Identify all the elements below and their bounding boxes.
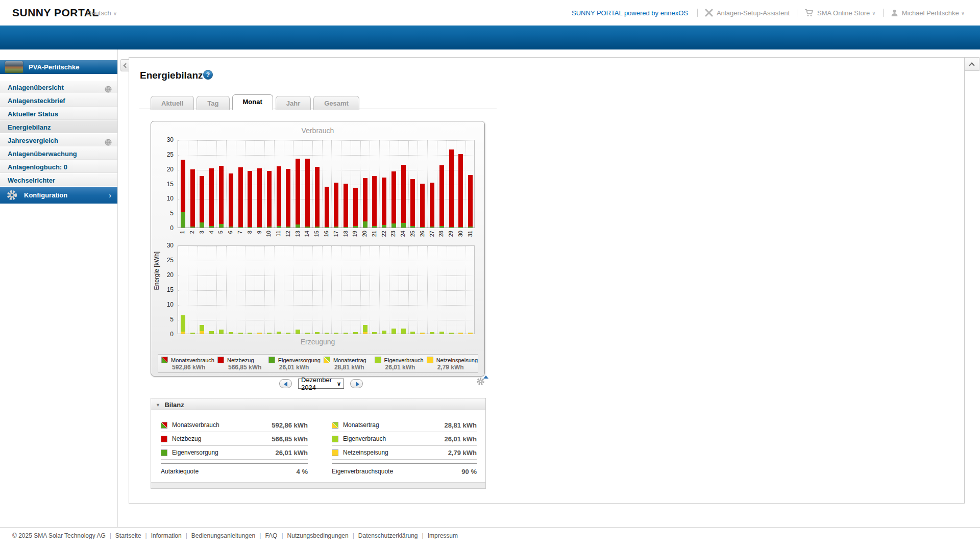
bar-erzeugung-eigenverbrauch-day-8 [248, 333, 252, 334]
bar-erzeugung-eigenverbrauch-day-17 [334, 333, 338, 334]
x-tick-label: 16 [323, 231, 329, 237]
language-selector[interactable]: Deutsch∨ [87, 9, 117, 17]
bar-verbrauch-netzbezug-day-16 [325, 187, 329, 228]
footer-separator: | [186, 532, 187, 539]
footer-link-impressum[interactable]: Impressum [428, 532, 458, 539]
gridline-horizontal [178, 290, 474, 291]
legend-value: 2,79 kWh [437, 364, 478, 371]
footer-link-datenschutzerkl-rung[interactable]: Datenschutzerklärung [358, 532, 418, 539]
bar-verbrauch-eigenversorgung-day-20 [363, 221, 368, 228]
bar-erzeugung-eigenverbrauch-day-1 [181, 315, 185, 332]
footer-link-information[interactable]: Information [151, 532, 182, 539]
bilanz-row-eigenversorgung: Eigenversorgung26,01 kWh [161, 446, 308, 460]
tab-jahr[interactable]: Jahr [276, 96, 311, 110]
user-menu[interactable]: Michael Perlitschke∨ [884, 8, 972, 18]
period-value: Dezember 2024 [301, 376, 337, 391]
sidebar-item-aktueller-status[interactable]: Aktueller Status [0, 107, 117, 120]
legend-swatch [375, 357, 381, 363]
top-header: SUNNY PORTAL Deutsch∨ SUNNY PORTAL power… [0, 0, 980, 26]
gridline-vertical [322, 140, 323, 228]
language-label: Deutsch [87, 9, 111, 17]
bar-verbrauch-netzbezug-day-1 [181, 160, 185, 212]
sidebar-item-anlagenlogbuch-0[interactable]: Anlagenlogbuch: 0 [0, 160, 117, 173]
gridline-vertical [465, 246, 466, 334]
footer-link-faq[interactable]: FAQ [265, 532, 277, 539]
gridline-vertical [418, 140, 418, 228]
legend-swatch [324, 357, 330, 363]
bar-verbrauch-netzbezug-day-20 [363, 178, 368, 221]
sidebar-item-label: Energiebilanz [0, 123, 51, 131]
online-store-button[interactable]: SMA Online Store∨ [797, 8, 883, 18]
bar-erzeugung-eigenverbrauch-day-6 [229, 332, 233, 334]
setup-assistant-button[interactable]: Anlagen-Setup-Assistent [698, 8, 797, 18]
chevron-down-icon: ∨ [113, 11, 117, 16]
gridline-vertical [312, 246, 313, 334]
bar-verbrauch-netzbezug-day-3 [200, 176, 204, 222]
tab-aktuell[interactable]: Aktuell [151, 96, 194, 110]
gridline-vertical [427, 246, 428, 334]
help-icon[interactable]: ? [203, 70, 213, 80]
bar-verbrauch-eigenversorgung-day-27 [430, 227, 434, 228]
bar-verbrauch-eigenversorgung-day-28 [439, 226, 444, 228]
previous-month-button[interactable] [279, 379, 292, 388]
tab-gesamt[interactable]: Gesamt [313, 96, 359, 110]
footer-link-bedienungsanleitungen[interactable]: Bedienungsanleitungen [191, 532, 255, 539]
gridline-vertical [226, 246, 227, 334]
main-nav-ribbon [0, 26, 980, 49]
bar-erzeugung-eigenverbrauch-day-11 [277, 332, 281, 334]
gridline-vertical [399, 140, 399, 228]
bar-verbrauch-eigenversorgung-day-6 [229, 227, 233, 228]
footer-link-startseite[interactable]: Startseite [115, 532, 141, 539]
bar-erzeugung-eigenverbrauch-day-14 [305, 333, 310, 334]
x-tick-label: 21 [371, 231, 377, 237]
bilanz-row-label: Netzeinspeisung [343, 449, 388, 456]
chart-settings-button[interactable] [476, 377, 487, 387]
bilanz-right-column: Monatsertrag28,81 kWhEigenverbrauch26,01… [332, 418, 477, 479]
x-tick-label: 12 [285, 231, 291, 237]
y-tick-label: 15 [158, 286, 174, 293]
gridline-vertical [370, 140, 370, 228]
bar-erzeugung-netzeinspeisung-day-20 [363, 332, 368, 334]
gridline-vertical [293, 246, 293, 334]
gridline-vertical [379, 140, 380, 228]
footer-link-nutzungsbedingungen[interactable]: Nutzungsbedingungen [287, 532, 349, 539]
tab-tag[interactable]: Tag [197, 96, 229, 110]
sidebar-item-anlagen-berwachung[interactable]: Anlagenüberwachung [0, 147, 117, 160]
legend-value: 592,86 kWh [172, 364, 214, 371]
sidebar-item-konfiguration[interactable]: Konfiguration › [0, 187, 117, 204]
bar-verbrauch-eigenversorgung-day-10 [267, 227, 272, 228]
sidebar-item-energiebilanz[interactable]: Energiebilanz [0, 120, 117, 133]
bilanz-header[interactable]: ▼ Bilanz [151, 398, 485, 410]
bilanz-row-label: Netzbezug [172, 435, 201, 442]
gridline-vertical [360, 140, 361, 228]
collapse-triangle-icon: ▼ [156, 403, 160, 408]
scroll-top-button[interactable] [964, 57, 979, 71]
sidebar-item-jahresvergleich[interactable]: Jahresvergleich [0, 134, 117, 146]
footer-separator: | [259, 532, 261, 539]
gridline-vertical [389, 246, 389, 334]
tab-monat[interactable]: Monat [232, 94, 273, 110]
bilanz-row-netzeinspeisung: Netzeinspeisung2,79 kWh [332, 446, 477, 460]
plant-header[interactable]: PVA-Perlitschke [0, 60, 117, 74]
sidebar-item-anlagen-bersicht[interactable]: Anlagenübersicht [0, 81, 117, 93]
sidebar-collapse-button[interactable] [120, 59, 129, 71]
next-month-button[interactable] [350, 379, 363, 388]
bar-verbrauch-eigenversorgung-day-7 [238, 227, 243, 228]
legend-label: Netzeinspeisung [436, 357, 478, 363]
y-tick-label: 15 [158, 181, 174, 188]
bar-verbrauch-netzbezug-day-10 [267, 171, 272, 227]
x-tick-label: 2 [189, 231, 195, 234]
powered-by-link[interactable]: SUNNY PORTAL powered by ennexOS [562, 9, 697, 17]
gridline-vertical [216, 246, 217, 334]
gridline-vertical [255, 140, 255, 228]
sidebar-item-anlagensteckbrief[interactable]: Anlagensteckbrief [0, 94, 117, 107]
gridline-vertical [245, 246, 246, 334]
bilanz-quote-value: 4 % [297, 468, 308, 475]
gridline-vertical [312, 140, 313, 228]
legend-value: 28,81 kWh [334, 364, 372, 371]
bilanz-row-label: Monatsverbrauch [172, 421, 219, 429]
period-select[interactable]: Dezember 2024 ∨ [298, 379, 344, 389]
bilanz-row-label: Monatsertrag [343, 421, 379, 429]
x-tick-label: 9 [256, 231, 262, 234]
sidebar-item-wechselrichter[interactable]: Wechselrichter [0, 173, 117, 186]
